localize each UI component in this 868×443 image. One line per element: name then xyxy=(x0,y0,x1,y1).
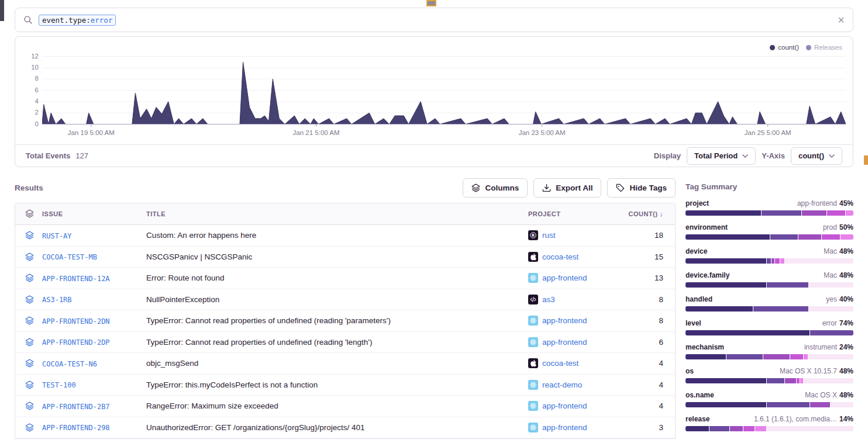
issue-link[interactable]: TEST-100 xyxy=(42,381,76,389)
legend-count[interactable]: count() xyxy=(770,44,799,51)
tag-bar-segment[interactable] xyxy=(766,282,808,288)
tag-bar-segment[interactable] xyxy=(821,234,840,240)
tag-bar-segment[interactable] xyxy=(753,306,808,312)
tag-bar-segment[interactable] xyxy=(686,378,766,383)
tag-distribution-bar[interactable] xyxy=(686,282,853,288)
column-header-project[interactable]: PROJECT xyxy=(528,210,625,217)
tag-bar-segment[interactable] xyxy=(729,426,743,431)
issue-stack-icon[interactable] xyxy=(15,316,42,325)
tag-bar-segment[interactable] xyxy=(686,258,766,264)
project-link[interactable]: cocoa-test xyxy=(542,359,578,368)
tag-bar-segment[interactable] xyxy=(686,210,761,216)
tag-bar-segment[interactable] xyxy=(790,354,803,359)
tag-bar-segment[interactable] xyxy=(784,378,796,383)
issue-stack-icon[interactable] xyxy=(15,295,42,304)
tag-bar-segment[interactable] xyxy=(766,378,785,383)
tag-bar-segment[interactable] xyxy=(755,426,766,431)
tag-bar-segment[interactable] xyxy=(761,210,801,216)
tag-bar-segment[interactable] xyxy=(686,330,810,335)
legend-releases[interactable]: Releases xyxy=(806,44,842,51)
tag-bar-segment[interactable] xyxy=(743,426,755,431)
tag-distribution-bar[interactable] xyxy=(686,234,853,240)
project-link[interactable]: app-frontend xyxy=(542,338,587,347)
tag-bar-segment[interactable] xyxy=(686,402,766,407)
tag-bar-segment[interactable] xyxy=(686,234,770,240)
tag-bar-segment[interactable] xyxy=(798,234,821,240)
issue-link[interactable]: COCOA-TEST-N6 xyxy=(42,360,97,368)
chart-plot-area[interactable] xyxy=(42,56,846,127)
issue-stack-icon[interactable] xyxy=(15,252,42,261)
tag-distribution-bar[interactable] xyxy=(686,378,853,383)
tag-bar-segment[interactable] xyxy=(808,282,853,288)
tag-bar-segment[interactable] xyxy=(774,258,780,264)
tag-bar-segment[interactable] xyxy=(803,378,853,383)
columns-button[interactable]: Columns xyxy=(463,178,528,198)
issue-stack-icon[interactable] xyxy=(15,402,42,410)
issue-link[interactable]: COCOA-TEST-MB xyxy=(42,253,97,261)
tag-bar-segment[interactable] xyxy=(766,426,853,431)
column-header-issue[interactable]: ISSUE xyxy=(42,210,146,217)
tag-bar-segment[interactable] xyxy=(766,402,810,407)
tag-bar-segment[interactable] xyxy=(840,234,853,240)
column-header-count[interactable]: COUNT() ↓ xyxy=(625,210,675,217)
project-link[interactable]: react-demo xyxy=(542,380,582,389)
display-dropdown[interactable]: Total Period xyxy=(687,147,756,165)
tag-distribution-bar[interactable] xyxy=(686,354,853,359)
tag-bar-segment[interactable] xyxy=(808,354,853,359)
tag-bar-segment[interactable] xyxy=(830,402,853,407)
tag-bar-segment[interactable] xyxy=(826,210,845,216)
issue-link[interactable]: RUST-AY xyxy=(42,232,72,240)
tag-bar-segment[interactable] xyxy=(686,426,709,431)
tag-bar-segment[interactable] xyxy=(763,354,790,359)
tag-bar-segment[interactable] xyxy=(709,426,729,431)
tag-bar-segment[interactable] xyxy=(803,354,808,359)
tag-bar-segment[interactable] xyxy=(770,234,798,240)
project-link[interactable]: app-frontend xyxy=(542,274,587,282)
issue-stack-header-icon[interactable] xyxy=(15,209,42,219)
tag-distribution-bar[interactable] xyxy=(686,258,853,264)
tag-bar-segment[interactable] xyxy=(686,282,766,288)
issue-stack-icon[interactable] xyxy=(15,423,42,432)
project-link[interactable]: rust xyxy=(542,231,556,240)
issue-stack-icon[interactable] xyxy=(15,338,42,347)
tag-distribution-bar[interactable] xyxy=(686,210,853,216)
tag-bar-segment[interactable] xyxy=(801,210,826,216)
tag-bar-segment[interactable] xyxy=(686,306,753,312)
issue-link[interactable]: APP-FRONTEND-12A xyxy=(42,275,110,283)
issue-stack-icon[interactable] xyxy=(15,380,42,389)
react-project-icon xyxy=(528,423,538,432)
project-link[interactable]: app-frontend xyxy=(542,402,587,410)
tag-bar-segment[interactable] xyxy=(808,306,853,312)
yaxis-dropdown[interactable]: count() xyxy=(791,147,842,165)
search-bar[interactable]: event.type:error × xyxy=(15,8,853,32)
tag-bar-segment[interactable] xyxy=(686,354,726,359)
tag-bar-segment[interactable] xyxy=(810,402,829,407)
tag-distribution-bar[interactable] xyxy=(686,426,853,431)
tag-bar-segment[interactable] xyxy=(766,258,771,264)
issue-stack-icon[interactable] xyxy=(15,274,42,282)
project-link[interactable]: app-frontend xyxy=(542,423,587,432)
issue-stack-icon[interactable] xyxy=(15,359,42,368)
tag-bar-segment[interactable] xyxy=(810,330,853,335)
clear-search-icon[interactable]: × xyxy=(838,14,845,26)
search-token[interactable]: event.type:error xyxy=(39,15,116,26)
issue-stack-icon[interactable] xyxy=(15,231,42,240)
issue-link[interactable]: APP-FRONTEND-2DP xyxy=(42,338,110,347)
column-header-title[interactable]: TITLE xyxy=(146,210,528,217)
project-link[interactable]: cocoa-test xyxy=(542,252,578,261)
tag-bar-segment[interactable] xyxy=(726,354,763,359)
hide-tags-button[interactable]: Hide Tags xyxy=(607,178,676,198)
project-link[interactable]: as3 xyxy=(542,295,555,304)
tag-bar-segment[interactable] xyxy=(784,258,853,264)
tag-bar-segment[interactable] xyxy=(845,210,853,216)
tag-distribution-bar[interactable] xyxy=(686,330,853,335)
issue-link[interactable]: AS3-1RB xyxy=(42,296,72,304)
issue-link[interactable]: APP-FRONTEND-2B7 xyxy=(42,403,110,411)
tag-distribution-bar[interactable] xyxy=(686,306,853,312)
export-all-button[interactable]: Export All xyxy=(533,178,601,198)
issue-link[interactable]: APP-FRONTEND-298 xyxy=(42,424,110,432)
issue-link[interactable]: APP-FRONTEND-2DN xyxy=(42,317,110,326)
tag-bar-segment[interactable] xyxy=(780,258,785,264)
tag-distribution-bar[interactable] xyxy=(686,402,853,407)
project-link[interactable]: app-frontend xyxy=(542,316,587,325)
